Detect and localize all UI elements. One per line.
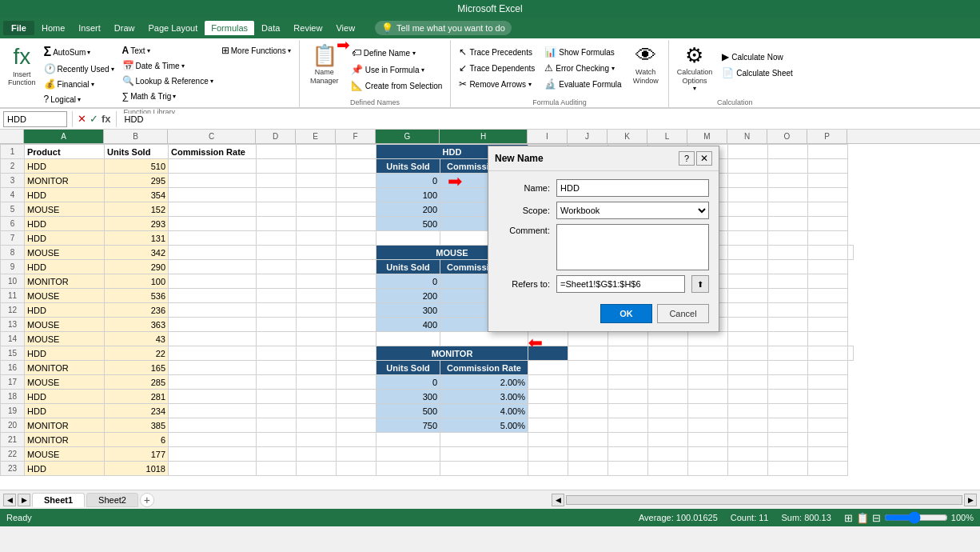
table-cell[interactable] <box>297 260 337 274</box>
table-cell[interactable]: 354 <box>105 188 169 202</box>
table-cell[interactable] <box>728 217 768 231</box>
table-cell[interactable] <box>297 433 337 447</box>
table-cell[interactable]: HDD <box>25 217 105 231</box>
table-cell[interactable] <box>568 390 608 404</box>
table-cell[interactable] <box>808 274 848 289</box>
table-cell[interactable] <box>608 418 648 433</box>
table-cell[interactable] <box>528 332 568 346</box>
dialog-close-button[interactable]: ✕ <box>696 151 712 166</box>
table-cell[interactable] <box>648 346 688 361</box>
table-cell[interactable]: HDD <box>25 462 105 476</box>
refers-to-collapse-button[interactable]: ⬆ <box>691 275 709 293</box>
more-functions-button[interactable]: ⊞More Functions▾ <box>218 43 294 58</box>
table-cell[interactable] <box>297 404 337 418</box>
col-header-O[interactable]: O <box>767 130 807 143</box>
table-cell[interactable]: 100 <box>105 274 169 289</box>
cancel-button[interactable]: Cancel <box>657 304 709 323</box>
table-cell[interactable] <box>728 332 768 346</box>
table-cell[interactable]: 2.00% <box>440 375 528 390</box>
table-cell[interactable] <box>337 202 376 217</box>
table-cell[interactable]: 500 <box>376 404 440 418</box>
table-cell[interactable] <box>528 433 568 447</box>
table-cell[interactable] <box>608 361 648 375</box>
table-cell[interactable] <box>608 404 648 418</box>
table-cell[interactable] <box>808 303 848 318</box>
watch-window-button[interactable]: 👁 Watch Window <box>628 42 663 86</box>
table-cell[interactable] <box>808 404 848 418</box>
table-cell[interactable]: 165 <box>105 361 169 375</box>
table-cell[interactable] <box>257 159 297 174</box>
table-cell[interactable] <box>688 390 728 404</box>
table-cell[interactable] <box>337 318 376 332</box>
calculate-now-button[interactable]: ▶Calculate Now <box>719 50 796 64</box>
table-cell[interactable] <box>648 447 688 462</box>
table-cell[interactable] <box>808 462 848 476</box>
table-cell[interactable] <box>169 289 257 303</box>
table-cell[interactable]: HDD <box>25 404 105 418</box>
name-manager-button[interactable]: 📋 Name Manager ➡ <box>305 42 345 86</box>
ok-button[interactable]: OK <box>600 304 652 323</box>
table-cell[interactable] <box>568 433 608 447</box>
table-cell[interactable] <box>337 289 376 303</box>
table-cell[interactable] <box>768 188 808 202</box>
table-cell[interactable] <box>528 462 568 476</box>
col-header-G[interactable]: G <box>376 130 440 143</box>
table-cell[interactable] <box>297 361 337 375</box>
table-cell[interactable] <box>768 418 808 433</box>
remove-arrows-button[interactable]: ✂Remove Arrows▾ <box>456 77 538 91</box>
table-cell[interactable] <box>337 274 376 289</box>
table-cell[interactable] <box>297 274 337 289</box>
menu-pagelayout[interactable]: Page Layout <box>141 21 204 35</box>
table-cell[interactable] <box>808 231 848 246</box>
table-cell[interactable] <box>337 447 376 462</box>
table-cell[interactable] <box>768 159 808 174</box>
table-cell[interactable] <box>169 260 257 274</box>
table-cell[interactable] <box>169 246 257 260</box>
table-cell[interactable]: MOUSE <box>25 318 105 332</box>
table-cell[interactable]: MOUSE <box>25 202 105 217</box>
table-cell[interactable] <box>257 217 297 231</box>
table-cell[interactable]: HDD <box>25 346 105 361</box>
table-cell[interactable] <box>808 246 848 260</box>
table-cell[interactable] <box>728 145 768 159</box>
table-cell[interactable] <box>648 390 688 404</box>
table-cell[interactable] <box>728 462 768 476</box>
table-cell[interactable]: 281 <box>105 390 169 404</box>
table-cell[interactable] <box>257 390 297 404</box>
menu-insert[interactable]: Insert <box>72 21 107 35</box>
table-cell[interactable] <box>568 346 608 361</box>
table-cell[interactable]: MONITOR <box>25 274 105 289</box>
table-cell[interactable] <box>728 303 768 318</box>
table-cell[interactable] <box>768 447 808 462</box>
table-cell[interactable] <box>337 418 376 433</box>
table-cell[interactable] <box>688 332 728 346</box>
confirm-formula-icon[interactable]: ✓ <box>90 113 98 125</box>
table-cell[interactable] <box>808 447 848 462</box>
table-cell[interactable] <box>528 447 568 462</box>
table-cell[interactable] <box>608 462 648 476</box>
table-cell[interactable] <box>257 433 297 447</box>
table-cell[interactable]: MOUSE <box>25 375 105 390</box>
table-cell[interactable]: 285 <box>105 375 169 390</box>
table-cell[interactable] <box>568 418 608 433</box>
table-cell[interactable] <box>768 174 808 188</box>
table-cell[interactable]: Units Sold <box>376 361 440 375</box>
table-cell[interactable] <box>169 433 257 447</box>
table-cell[interactable] <box>608 433 648 447</box>
scroll-left-button[interactable]: ◀ <box>3 494 16 506</box>
math-trig-button[interactable]: ∑Math & Trig▾ <box>119 89 217 103</box>
table-cell[interactable] <box>768 332 808 346</box>
table-cell[interactable]: MOUSE <box>25 447 105 462</box>
table-cell[interactable]: HDD <box>25 159 105 174</box>
table-cell[interactable] <box>808 375 848 390</box>
table-cell[interactable] <box>337 332 376 346</box>
col-header-K[interactable]: K <box>608 130 647 143</box>
table-cell[interactable] <box>568 375 608 390</box>
table-cell[interactable] <box>688 404 728 418</box>
table-cell[interactable] <box>376 462 440 476</box>
error-checking-button[interactable]: ⚠Error Checking▾ <box>541 61 624 75</box>
col-header-L[interactable]: L <box>647 130 687 143</box>
use-in-formula-button[interactable]: 📌Use in Formula▾ <box>348 62 446 77</box>
table-cell[interactable] <box>297 332 337 346</box>
table-cell[interactable] <box>768 404 808 418</box>
